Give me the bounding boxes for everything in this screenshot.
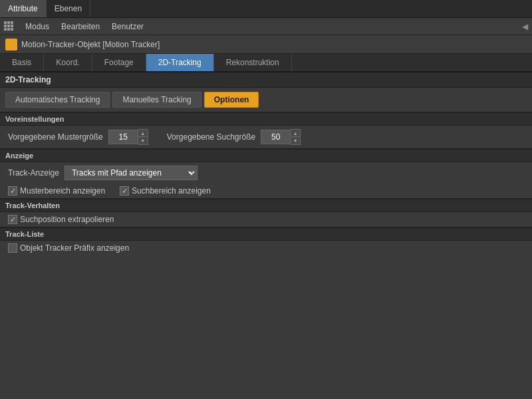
musterbereich-checkbox-item: Musterbereich anzeigen: [8, 186, 105, 196]
nav-tab-2d-tracking[interactable]: 2D-Tracking: [146, 54, 214, 71]
track-verhalten-header: Track-Verhalten: [0, 199, 532, 212]
objekt-tracker-label: Objekt Tracker Präfix anzeigen: [20, 243, 129, 253]
objekt-tracker-checkbox[interactable]: [8, 243, 17, 253]
suchposition-row: Suchposition extrapolieren: [0, 212, 532, 227]
suchbereich-checkbox[interactable]: [120, 186, 129, 196]
tab-ebenen[interactable]: Ebenen: [47, 0, 90, 17]
sub-tab-optionen[interactable]: Optionen: [204, 92, 259, 108]
musterbereich-checkbox[interactable]: [8, 186, 17, 196]
track-anzeige-select[interactable]: Tracks mit Pfad anzeigen Tracks ohne Pfa…: [65, 166, 198, 180]
sub-tab-bar: Automatisches Tracking Manuelles Trackin…: [0, 88, 532, 112]
grid-icon: [4, 21, 15, 32]
suchposition-label: Suchposition extrapolieren: [20, 215, 114, 224]
menu-item-modus[interactable]: Modus: [20, 21, 55, 33]
suchgroesse-input[interactable]: [261, 130, 291, 144]
mustergroesse-label: Vorgegebene Mustergröße: [8, 132, 103, 142]
suchgroesse-spinner: ▲ ▼: [261, 129, 301, 145]
mustergroesse-down[interactable]: ▼: [138, 137, 148, 144]
objekt-tracker-row: Objekt Tracker Präfix anzeigen: [0, 241, 532, 255]
object-title: Motion-Tracker-Objekt [Motion Tracker]: [21, 40, 160, 49]
track-liste-header: Track-Liste: [0, 227, 532, 241]
suchposition-checkbox[interactable]: [8, 215, 17, 224]
mustergroesse-up[interactable]: ▲: [138, 130, 148, 137]
track-anzeige-row: Track-Anzeige Tracks mit Pfad anzeigen T…: [0, 162, 532, 184]
suchgroesse-label: Vorgegebene Suchgröße: [167, 132, 255, 142]
sub-tab-auto[interactable]: Automatisches Tracking: [5, 92, 110, 108]
sub-tab-manual[interactable]: Manuelles Tracking: [112, 92, 201, 108]
objekt-tracker-checkbox-item: Objekt Tracker Präfix anzeigen: [8, 243, 129, 253]
svg-point-1: [9, 43, 13, 47]
menu-item-bearbeiten[interactable]: Bearbeiten: [56, 21, 105, 33]
mustergroesse-input[interactable]: [108, 130, 138, 144]
voreinstellungen-header: Voreinstellungen: [0, 112, 532, 126]
tracking-content: 2D-Tracking Automatisches Tracking Manue…: [0, 72, 532, 255]
nav-tab-rekonstruktion[interactable]: Rekonstruktion: [214, 54, 292, 71]
mustergroesse-arrows: ▲ ▼: [138, 129, 148, 145]
suchgroesse-up[interactable]: ▲: [291, 130, 300, 137]
track-anzeige-label: Track-Anzeige: [8, 168, 59, 178]
checkbox-row-anzeige: Musterbereich anzeigen Suchbereich anzei…: [0, 184, 532, 198]
nav-tabs: Basis Koord. Footage 2D-Tracking Rekonst…: [0, 54, 532, 72]
top-tab-bar: Attribute Ebenen: [0, 0, 532, 18]
nav-tab-basis[interactable]: Basis: [0, 54, 44, 71]
object-icon: [5, 39, 17, 51]
suchbereich-label: Suchbereich anzeigen: [132, 186, 211, 196]
nav-tab-koord[interactable]: Koord.: [44, 54, 92, 71]
tracking-section-header: 2D-Tracking: [0, 72, 532, 88]
suchbereich-checkbox-item: Suchbereich anzeigen: [120, 186, 211, 196]
musterbereich-label: Musterbereich anzeigen: [20, 186, 105, 196]
anzeige-header: Anzeige: [0, 149, 532, 162]
nav-tab-footage[interactable]: Footage: [92, 54, 146, 71]
suchposition-checkbox-item: Suchposition extrapolieren: [8, 215, 114, 224]
track-anzeige-select-wrapper: Tracks mit Pfad anzeigen Tracks ohne Pfa…: [65, 166, 198, 180]
suchgroesse-arrows: ▲ ▼: [291, 129, 301, 145]
menu-arrow-icon: ◀: [522, 22, 528, 31]
menu-item-benutzer[interactable]: Benutzer: [106, 21, 149, 33]
tab-attribute[interactable]: Attribute: [0, 0, 47, 17]
menu-bar: Modus Bearbeiten Benutzer ◀: [0, 18, 532, 35]
suchgroesse-down[interactable]: ▼: [291, 137, 300, 144]
mustergroesse-row: Vorgegebene Mustergröße ▲ ▼ Vorgegebene …: [0, 126, 532, 148]
object-header: Motion-Tracker-Objekt [Motion Tracker]: [0, 35, 532, 54]
mustergroesse-spinner: ▲ ▼: [108, 129, 148, 145]
